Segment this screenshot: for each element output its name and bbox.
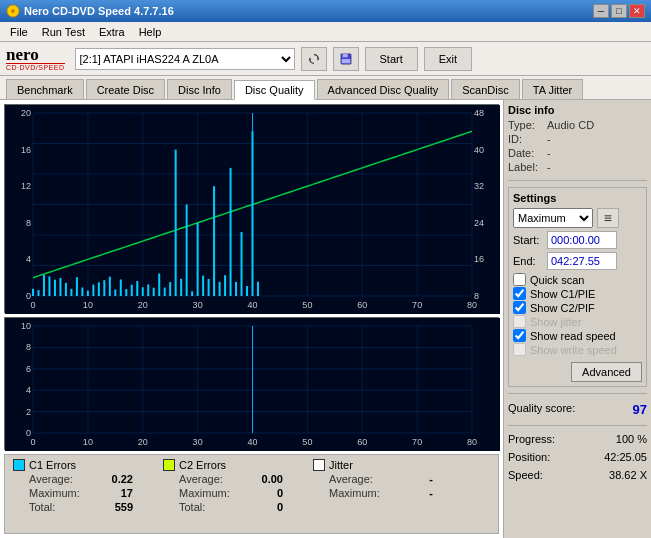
maximize-button[interactable]: □ (611, 4, 627, 18)
divider-3 (508, 425, 647, 426)
disc-info-section: Disc info Type: Audio CD ID: - Date: - L… (508, 104, 647, 174)
show-c1-label: Show C1/PIE (530, 288, 595, 300)
show-write-speed-row: Show write speed (513, 343, 642, 356)
tab-scan-disc[interactable]: ScanDisc (451, 79, 519, 99)
top-chart (4, 104, 499, 313)
svg-rect-6 (341, 59, 350, 63)
c1-title: C1 Errors (29, 459, 76, 471)
menu-file[interactable]: File (4, 24, 34, 40)
drive-selector[interactable]: [2:1] ATAPI iHAS224 A ZL0A (75, 48, 295, 70)
progress-value: 100 % (616, 433, 647, 445)
minimize-button[interactable]: ─ (593, 4, 609, 18)
show-c1-checkbox[interactable] (513, 287, 526, 300)
c2-max-value: 0 (243, 487, 283, 499)
position-label: Position: (508, 451, 550, 463)
start-time-input[interactable] (547, 231, 617, 249)
tab-advanced-disc-quality[interactable]: Advanced Disc Quality (317, 79, 450, 99)
legend-area: C1 Errors Average: 0.22 Maximum: 17 Tota… (4, 454, 499, 534)
menu-help[interactable]: Help (133, 24, 168, 40)
quick-scan-label: Quick scan (530, 274, 584, 286)
end-time-input[interactable] (547, 252, 617, 270)
svg-rect-7 (605, 215, 612, 216)
c2-legend: C2 Errors Average: 0.00 Maximum: 0 Total… (163, 459, 283, 529)
advanced-button[interactable]: Advanced (571, 362, 642, 382)
show-jitter-row: Show jitter (513, 315, 642, 328)
quality-score-row: Quality score: 97 (508, 400, 647, 419)
show-jitter-checkbox[interactable] (513, 315, 526, 328)
type-value: Audio CD (547, 119, 594, 131)
position-value: 42:25.05 (604, 451, 647, 463)
speed-label: Speed: (508, 469, 543, 481)
menu-extra[interactable]: Extra (93, 24, 131, 40)
show-c2-label: Show C2/PIF (530, 302, 595, 314)
label-label: Label: (508, 161, 543, 173)
jitter-color-box (313, 459, 325, 471)
show-read-speed-checkbox[interactable] (513, 329, 526, 342)
c2-avg-value: 0.00 (243, 473, 283, 485)
settings-icon-button[interactable] (597, 208, 619, 228)
c2-color-box (163, 459, 175, 471)
end-time-label: End: (513, 255, 543, 267)
speed-row: Speed: 38.62 X (508, 468, 647, 482)
show-c1-row: Show C1/PIE (513, 287, 642, 300)
tab-disc-info[interactable]: Disc Info (167, 79, 232, 99)
start-button[interactable]: Start (365, 47, 418, 71)
charts-area: C1 Errors Average: 0.22 Maximum: 17 Tota… (0, 100, 503, 538)
show-read-speed-row: Show read speed (513, 329, 642, 342)
nero-logo: nero CD·DVD/SPEED (6, 46, 65, 71)
id-value: - (547, 133, 551, 145)
type-label: Type: (508, 119, 543, 131)
jitter-max-value: - (393, 487, 433, 499)
show-write-speed-checkbox[interactable] (513, 343, 526, 356)
start-time-label: Start: (513, 234, 543, 246)
jitter-title: Jitter (329, 459, 353, 471)
close-button[interactable]: ✕ (629, 4, 645, 18)
divider-2 (508, 393, 647, 394)
save-button[interactable] (333, 47, 359, 71)
jitter-max-label: Maximum: (329, 487, 380, 499)
settings-icon (604, 212, 612, 224)
show-write-speed-label: Show write speed (530, 344, 617, 356)
label-value: - (547, 161, 551, 173)
right-panel: Disc info Type: Audio CD ID: - Date: - L… (503, 100, 651, 538)
svg-rect-8 (605, 218, 612, 219)
toolbar: nero CD·DVD/SPEED [2:1] ATAPI iHAS224 A … (0, 42, 651, 76)
quick-scan-checkbox[interactable] (513, 273, 526, 286)
c1-legend: C1 Errors Average: 0.22 Maximum: 17 Tota… (13, 459, 133, 529)
tab-benchmark[interactable]: Benchmark (6, 79, 84, 99)
show-read-speed-label: Show read speed (530, 330, 616, 342)
c2-avg-label: Average: (179, 473, 223, 485)
c1-total-value: 559 (93, 501, 133, 513)
speed-select[interactable]: Maximum (513, 208, 593, 228)
svg-rect-5 (342, 53, 347, 56)
tab-ta-jitter[interactable]: TA Jitter (522, 79, 584, 99)
progress-label: Progress: (508, 433, 555, 445)
save-icon (340, 52, 352, 66)
tab-create-disc[interactable]: Create Disc (86, 79, 165, 99)
quick-scan-row: Quick scan (513, 273, 642, 286)
refresh-button[interactable] (301, 47, 327, 71)
settings-section: Settings Maximum Start: End: (508, 187, 647, 387)
bottom-chart (4, 317, 499, 450)
show-c2-checkbox[interactable] (513, 301, 526, 314)
show-c2-row: Show C2/PIF (513, 301, 642, 314)
c2-total-label: Total: (179, 501, 205, 513)
exit-button[interactable]: Exit (424, 47, 472, 71)
c2-title: C2 Errors (179, 459, 226, 471)
progress-row: Progress: 100 % (508, 432, 647, 446)
jitter-legend: Jitter Average: - Maximum: - (313, 459, 433, 529)
nero-brand: nero (6, 46, 65, 63)
c1-avg-label: Average: (29, 473, 73, 485)
menu-run-test[interactable]: Run Test (36, 24, 91, 40)
tab-disc-quality[interactable]: Disc Quality (234, 80, 315, 100)
date-label: Date: (508, 147, 543, 159)
c1-total-label: Total: (29, 501, 55, 513)
speed-value: 38.62 X (609, 469, 647, 481)
disc-info-title: Disc info (508, 104, 647, 116)
app-icon (6, 4, 20, 18)
position-row: Position: 42:25.05 (508, 450, 647, 464)
c1-max-label: Maximum: (29, 487, 80, 499)
c1-color-box (13, 459, 25, 471)
svg-point-1 (11, 9, 15, 13)
divider-1 (508, 180, 647, 181)
